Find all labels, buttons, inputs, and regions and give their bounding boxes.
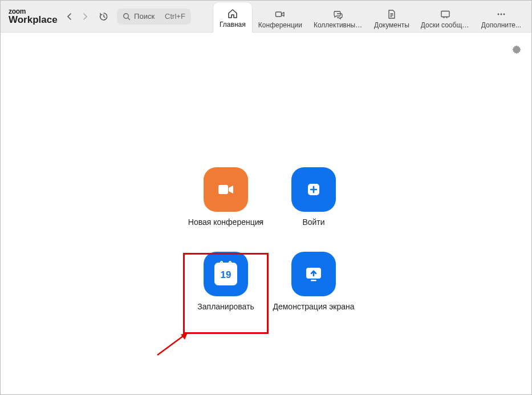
new-meeting-dropdown[interactable] [257, 216, 264, 227]
tab-meetings[interactable]: Конференции [253, 5, 308, 32]
tile-label: Демонстрация экрана [273, 302, 354, 312]
svg-rect-9 [311, 280, 316, 281]
share-screen-icon [302, 263, 325, 285]
tile-label: Новая конференция [188, 217, 263, 228]
calendar-day: 19 [221, 269, 232, 281]
plus-icon [303, 179, 324, 200]
tab-label: Дополните... [481, 21, 521, 29]
tile-label: Запланировать [197, 302, 254, 312]
svg-marker-11 [181, 333, 188, 340]
settings-button[interactable] [511, 44, 522, 58]
share-screen-button[interactable] [291, 252, 336, 296]
tile-schedule: 19 Запланировать [183, 252, 269, 312]
chevron-left-icon [67, 13, 72, 21]
tile-share-screen: Демонстрация экрана [271, 252, 356, 312]
header-bar: zoom Workplace Поиск Ctrl+F Главная Конф… [1, 1, 531, 33]
tab-label: Коллективный ч... [314, 21, 363, 29]
tile-label: Войти [302, 217, 324, 228]
tab-documents[interactable]: Документы [368, 5, 415, 32]
new-meeting-button[interactable] [204, 167, 248, 212]
svg-rect-6 [218, 185, 228, 194]
document-icon [386, 9, 397, 20]
svg-point-3 [498, 14, 499, 15]
tab-home[interactable]: Главная [213, 2, 253, 33]
tab-more[interactable]: Дополните... [476, 5, 527, 32]
gear-icon [511, 44, 522, 55]
tab-label: Конференции [258, 21, 302, 29]
tab-whiteboards[interactable]: Доски сообще... [415, 5, 476, 32]
chat-icon [332, 9, 344, 20]
history-button[interactable] [96, 9, 111, 25]
svg-point-4 [501, 14, 502, 15]
top-tabs: Главная Конференции Коллективный ч... До… [213, 1, 527, 32]
home-icon [227, 8, 238, 19]
tile-join: Войти [271, 167, 356, 228]
svg-rect-2 [441, 11, 449, 17]
chevron-right-icon [82, 13, 88, 21]
nav-back-button[interactable] [62, 9, 78, 25]
calendar-icon: 19 [214, 263, 237, 285]
svg-rect-1 [276, 12, 282, 17]
tab-label: Документы [374, 21, 409, 29]
video-camera-icon [214, 178, 238, 201]
svg-line-10 [157, 333, 188, 355]
svg-point-5 [503, 14, 505, 15]
nav-forward-button[interactable] [77, 9, 92, 25]
tab-label: Главная [220, 21, 246, 29]
tab-team-chat[interactable]: Коллективный ч... [308, 5, 368, 32]
app-logo: zoom Workplace [9, 8, 58, 25]
video-icon [274, 9, 286, 20]
more-icon [496, 9, 507, 20]
action-tiles: Новая конференция Войти 19 Запланировать [183, 167, 356, 312]
search-placeholder: Поиск [134, 12, 155, 21]
tile-new-meeting: Новая конференция [183, 167, 269, 228]
schedule-button[interactable]: 19 [204, 252, 248, 296]
history-icon [99, 11, 109, 22]
tab-label: Доски сообще... [421, 21, 470, 29]
annotation-arrow-icon [155, 329, 194, 358]
join-button[interactable] [291, 167, 336, 212]
content-area: Новая конференция Войти 19 Запланировать [1, 33, 531, 394]
logo-bottom: Workplace [9, 15, 58, 25]
search-shortcut: Ctrl+F [165, 12, 185, 21]
search-input[interactable]: Поиск Ctrl+F [117, 9, 191, 25]
search-icon [123, 13, 131, 21]
whiteboard-icon [440, 9, 451, 20]
chevron-down-icon [257, 220, 264, 224]
